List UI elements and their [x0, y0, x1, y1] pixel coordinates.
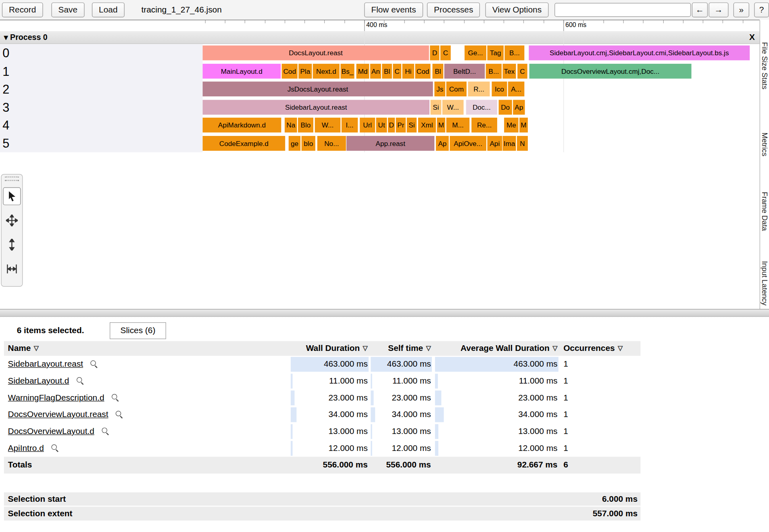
table-row[interactable]: ApiIntro.d12.000 ms12.000 ms12.000 ms1 [4, 440, 641, 457]
header-wall-duration[interactable]: Wall Duration▽ [291, 341, 369, 356]
find-previous-button[interactable]: ← [692, 2, 708, 17]
trace-slice[interactable]: Pr [396, 118, 406, 133]
tab-metrics[interactable]: Metrics [761, 132, 769, 156]
view-options-button[interactable]: View Options [486, 2, 549, 17]
trace-slice[interactable]: Bs_ [340, 63, 354, 78]
trace-slice[interactable]: blo [302, 136, 315, 150]
load-button[interactable]: Load [92, 2, 125, 17]
trace-slice[interactable]: JsDocsLayout.reast [202, 81, 433, 96]
sort-icon[interactable]: ▽ [618, 344, 623, 351]
trace-slice[interactable]: I... [342, 118, 358, 133]
track-row-4[interactable]: 4ApiMarkdown.dNaBloW...I...UrlUtDPrSiXml… [0, 116, 760, 134]
trace-slice[interactable]: W... [315, 118, 341, 133]
trace-slice[interactable]: Xml [418, 118, 436, 133]
trace-slice[interactable]: Na [285, 118, 297, 133]
header-occurrences[interactable]: Occurrences▽ [561, 341, 640, 356]
find-next-button[interactable]: → [709, 2, 728, 17]
trace-slice[interactable]: CodeExample.d [202, 136, 285, 150]
trace-slice[interactable]: Si [430, 100, 441, 115]
trace-slice[interactable]: Ge... [465, 46, 486, 61]
trace-slice[interactable]: Url [360, 118, 375, 133]
help-button[interactable]: ? [754, 2, 769, 17]
slice-name-link[interactable]: SidebarLayout.reast [8, 359, 83, 369]
trace-slice[interactable]: Bl [382, 63, 392, 78]
pan-tool-button[interactable] [3, 212, 21, 229]
flow-events-button[interactable]: Flow events [364, 2, 423, 17]
magnifier-icon[interactable] [90, 360, 98, 367]
slice-name-link[interactable]: DocsOverviewLayout.d [8, 427, 94, 436]
trace-slice[interactable]: Ico [492, 81, 507, 96]
tab-frame-data[interactable]: Frame Data [761, 192, 769, 231]
record-button[interactable]: Record [2, 2, 43, 17]
track-row-2[interactable]: 2JsDocsLayout.reastJsComR...IcoA... [0, 80, 760, 98]
more-button[interactable]: » [734, 2, 749, 17]
trace-slice[interactable]: Cod [415, 63, 430, 78]
trace-slice[interactable]: C [393, 63, 401, 78]
table-row[interactable]: DocsOverviewLayout.d13.000 ms13.000 ms13… [4, 423, 641, 440]
search-input[interactable] [554, 3, 691, 17]
process-toggle[interactable]: ▾ Process 0 [4, 31, 48, 44]
trace-slice[interactable]: ApiOve... [450, 136, 486, 150]
trace-slice[interactable]: B... [504, 46, 524, 61]
trace-slice[interactable]: D [430, 46, 439, 61]
track-row-5[interactable]: 5CodeExample.dgebloNo...App.reastApApiOv… [0, 134, 760, 152]
trace-slice[interactable]: ApiMarkdown.d [202, 118, 281, 133]
trace-slice[interactable]: M [437, 118, 445, 133]
magnifier-icon[interactable] [102, 428, 109, 435]
trace-slice[interactable]: Me [504, 118, 519, 133]
magnifier-icon[interactable] [77, 377, 84, 384]
slice-name-link[interactable]: WarningFlagDescription.d [8, 393, 104, 402]
processes-button[interactable]: Processes [427, 2, 480, 17]
trace-slice[interactable]: BeltD... [444, 63, 485, 78]
trace-slice[interactable]: Md [356, 63, 369, 78]
sort-icon[interactable]: ▽ [363, 344, 368, 351]
trace-slice[interactable]: Com [446, 81, 467, 96]
slice-name-link[interactable]: DocsOverviewLayout.reast [8, 410, 108, 419]
trace-slice[interactable]: W... [442, 100, 464, 115]
close-icon[interactable]: X [749, 31, 755, 44]
trace-slice[interactable]: D [388, 118, 395, 133]
panel-splitter[interactable] [0, 309, 769, 317]
slice-name-link[interactable]: SidebarLayout.d [8, 376, 69, 386]
trace-slice[interactable]: Api [487, 136, 502, 150]
tab-slices[interactable]: Slices (6) [110, 322, 166, 339]
trace-slice[interactable]: Tag [487, 46, 503, 61]
palette-grip[interactable] [5, 177, 19, 181]
trace-slice[interactable]: App.reast [346, 136, 434, 150]
table-row[interactable]: SidebarLayout.reast463.000 ms463.000 ms4… [4, 356, 641, 373]
trace-slice[interactable]: Cod [282, 63, 298, 78]
trace-slice[interactable]: Ap [436, 136, 449, 150]
table-row[interactable]: WarningFlagDescription.d23.000 ms23.000 … [4, 390, 641, 407]
timeline-ruler[interactable]: 400 ms600 ms [0, 20, 760, 31]
flame-chart[interactable]: 0DocsLayout.reastDCGe...TagB...SidebarLa… [0, 44, 760, 152]
trace-slice[interactable]: Ap [513, 100, 525, 115]
trace-slice[interactable]: An [370, 63, 381, 78]
track-row-3[interactable]: 3SidebarLayout.reastSiW...Doc...DoAp [0, 98, 760, 116]
header-average-wall-duration[interactable]: Average Wall Duration▽ [435, 341, 559, 356]
trace-slice[interactable]: SidebarLayout.reast [202, 100, 429, 115]
sort-icon[interactable]: ▽ [34, 344, 39, 351]
trace-slice[interactable]: C [517, 63, 527, 78]
timing-tool-button[interactable] [3, 260, 21, 278]
trace-slice[interactable]: MainLayout.d [202, 63, 281, 78]
trace-slice[interactable]: Do [499, 100, 512, 115]
tab-file-size-stats[interactable]: File Size Stats [761, 42, 769, 90]
trace-slice[interactable]: M... [446, 118, 470, 133]
selection-tool-button[interactable] [3, 187, 21, 205]
trace-slice[interactable]: M [519, 118, 528, 133]
trace-slice[interactable]: DocsOverviewLayout.cmj,Doc... [529, 63, 692, 78]
trace-slice[interactable]: Tex [502, 63, 516, 78]
trace-slice[interactable]: Js [434, 81, 445, 96]
trace-slice[interactable]: SidebarLayout.cmj,SidebarLayout.cmi,Side… [529, 46, 750, 61]
track-row-1[interactable]: 1MainLayout.dCodPlaNext.dBs_MdAnBlCHiCod… [0, 62, 760, 80]
header-self-time[interactable]: Self time▽ [371, 341, 432, 356]
header-name[interactable]: Name▽ [8, 341, 287, 356]
trace-slice[interactable]: R... [468, 81, 490, 96]
magnifier-icon[interactable] [51, 444, 58, 452]
trace-slice[interactable]: DocsLayout.reast [202, 46, 429, 61]
zoom-tool-button[interactable] [3, 236, 21, 254]
trace-slice[interactable]: Ima [502, 136, 516, 150]
trace-slice[interactable]: Doc... [466, 100, 497, 115]
trace-slice[interactable]: C [440, 46, 451, 61]
trace-slice[interactable]: Si [407, 118, 417, 133]
